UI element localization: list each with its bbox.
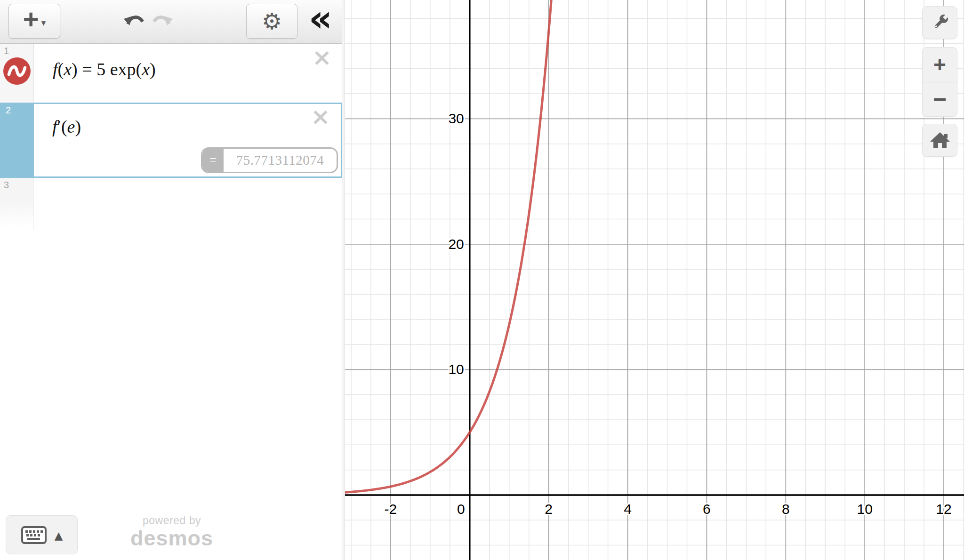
expression-math[interactable]: f′(e)	[52, 116, 81, 137]
add-expression-button[interactable]: + ▾	[8, 4, 60, 39]
graph-tools-button[interactable]	[922, 6, 957, 39]
show-keyboard-button[interactable]: ▲	[6, 515, 78, 554]
svg-text:10: 10	[857, 501, 872, 517]
zoom-in-button[interactable]: +	[923, 48, 957, 82]
expression-list: 1 f(x) = 5 exp(x) × 2 f′(e) × = 75.77131…	[0, 44, 342, 230]
result-value: 75.7713112074	[224, 149, 337, 172]
plus-icon: +	[23, 6, 39, 33]
expression-gutter: 2	[1, 104, 34, 176]
equals-badge: =	[202, 149, 224, 172]
zoom-out-button[interactable]: −	[923, 82, 957, 117]
grid-major-lines	[345, 0, 964, 560]
axes	[345, 0, 964, 560]
default-viewport-button[interactable]	[922, 124, 957, 157]
desmos-curve-icon	[6, 60, 28, 82]
sidebar-resize-handle[interactable]	[342, 0, 345, 560]
svg-text:4: 4	[624, 501, 632, 517]
svg-text:10: 10	[448, 361, 464, 377]
redo-button[interactable]	[151, 12, 173, 33]
double-chevron-left-icon: «	[309, 0, 332, 40]
collapse-sidebar-button[interactable]: «	[306, 0, 335, 44]
grid-minor-lines	[345, 0, 964, 560]
expression-sidebar: + ▾ ⚙ « 1	[0, 0, 342, 560]
curve-visibility-toggle[interactable]	[3, 57, 31, 85]
undo-arrow-icon	[123, 12, 145, 31]
close-icon[interactable]: ×	[311, 105, 330, 128]
gear-icon: ⚙	[262, 10, 282, 32]
row-number: 2	[6, 105, 11, 116]
row-number: 1	[4, 46, 9, 56]
row-number: 3	[4, 180, 9, 191]
expression-math[interactable]: f(x) = 5 exp(x)	[53, 59, 156, 80]
graph-canvas[interactable]: -2024681012102030	[345, 0, 964, 560]
expression-row-2-selected[interactable]: 2 f′(e) × = 75.7713112074	[0, 103, 342, 178]
zoom-control: + −	[922, 47, 957, 117]
graph-settings-button[interactable]: ⚙	[246, 4, 297, 39]
branding: powered by desmos	[113, 515, 231, 549]
chevron-down-icon: ▾	[41, 17, 46, 28]
svg-text:30: 30	[448, 111, 464, 126]
svg-text:20: 20	[448, 236, 464, 252]
svg-text:6: 6	[703, 501, 711, 517]
svg-text:2: 2	[545, 501, 553, 517]
close-icon[interactable]: ×	[312, 46, 332, 69]
svg-text:8: 8	[782, 501, 790, 517]
undo-button[interactable]	[123, 12, 145, 33]
graph-paper[interactable]: -2024681012102030	[345, 0, 964, 560]
evaluation-result: = 75.7713112074	[201, 147, 338, 173]
expression-gutter: 1	[0, 44, 34, 103]
keyboard-icon	[21, 525, 47, 545]
expression-row-1[interactable]: 1 f(x) = 5 exp(x) ×	[0, 44, 342, 103]
minus-icon: −	[933, 86, 947, 113]
wrench-icon	[929, 12, 951, 33]
redo-arrow-icon	[151, 12, 173, 31]
plus-icon: +	[933, 52, 946, 77]
svg-text:-2: -2	[385, 501, 397, 517]
svg-text:12: 12	[936, 501, 951, 517]
svg-text:0: 0	[457, 501, 465, 517]
triangle-up-icon: ▲	[55, 529, 63, 542]
powered-by-text: powered by	[113, 515, 231, 526]
home-icon	[930, 131, 950, 150]
expression-row-3-empty[interactable]: 3	[0, 178, 342, 230]
expression-toolbar: + ▾ ⚙ «	[0, 0, 342, 44]
expression-gutter: 3	[0, 178, 34, 230]
desmos-wordmark: desmos	[113, 527, 231, 549]
